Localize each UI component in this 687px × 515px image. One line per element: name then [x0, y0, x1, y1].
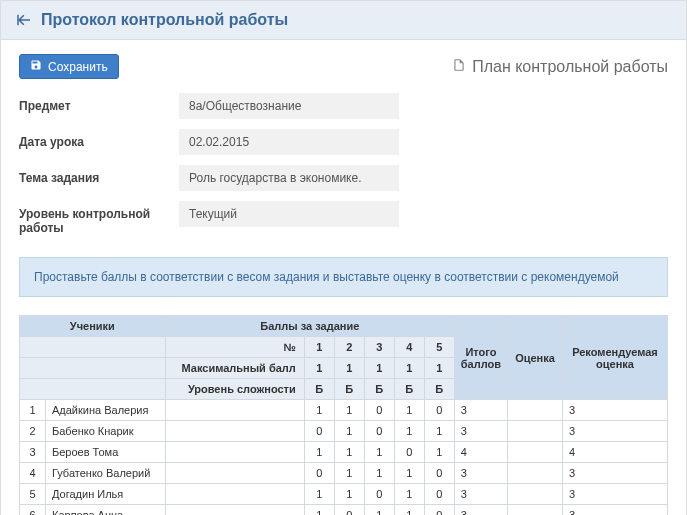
score-cell[interactable]: 1 [424, 421, 454, 442]
score-cell[interactable]: 1 [364, 463, 394, 484]
task-diff-3: Б [364, 379, 394, 400]
grade-cell[interactable] [508, 484, 563, 505]
grade-cell[interactable] [508, 400, 563, 421]
score-cell[interactable]: 0 [394, 442, 424, 463]
score-cell[interactable]: 1 [334, 442, 364, 463]
student-name: Карпова Анна [46, 505, 166, 516]
grade-cell[interactable] [508, 505, 563, 516]
page-title: Протокол контрольной работы [41, 11, 288, 29]
info-banner: Проставьте баллы в соответствии с весом … [19, 257, 668, 297]
score-cell[interactable]: 0 [424, 463, 454, 484]
score-cell[interactable]: 0 [334, 505, 364, 516]
rec-cell: 4 [563, 442, 668, 463]
level-label: Уровень контрольной работы [19, 201, 179, 235]
row-num: 5 [20, 484, 46, 505]
grade-cell[interactable] [508, 463, 563, 484]
total-cell: 3 [454, 400, 507, 421]
task-num-3: 3 [364, 337, 394, 358]
score-cell[interactable]: 1 [304, 442, 334, 463]
date-value: 02.02.2015 [179, 129, 399, 155]
task-max-2: 1 [334, 358, 364, 379]
score-cell[interactable]: 1 [424, 442, 454, 463]
task-num-label: № [165, 337, 304, 358]
score-cell[interactable]: 1 [334, 484, 364, 505]
svg-rect-0 [17, 15, 19, 26]
score-cell[interactable]: 1 [394, 505, 424, 516]
grade-cell[interactable] [508, 421, 563, 442]
task-num-2: 2 [334, 337, 364, 358]
task-max-4: 1 [394, 358, 424, 379]
student-name: Бероев Тома [46, 442, 166, 463]
row-num: 1 [20, 400, 46, 421]
row-num: 4 [20, 463, 46, 484]
task-max-1: 1 [304, 358, 334, 379]
row-pad [165, 442, 304, 463]
row-num: 2 [20, 421, 46, 442]
rec-cell: 3 [563, 421, 668, 442]
th-students: Ученики [20, 316, 166, 337]
topic-value: Роль государства в экономике. [179, 165, 399, 191]
subject-label: Предмет [19, 93, 179, 113]
score-cell[interactable]: 1 [304, 505, 334, 516]
save-button[interactable]: Сохранить [19, 54, 119, 79]
row-pad [165, 463, 304, 484]
score-cell[interactable]: 1 [334, 421, 364, 442]
task-diff-label: Уровень сложности [165, 379, 304, 400]
student-name: Адайкина Валерия [46, 400, 166, 421]
score-cell[interactable]: 1 [394, 400, 424, 421]
score-cell[interactable]: 0 [424, 484, 454, 505]
table-row: 4Губатенко Валерий0111033 [20, 463, 668, 484]
score-cell[interactable]: 1 [334, 400, 364, 421]
total-cell: 4 [454, 442, 507, 463]
score-cell[interactable]: 1 [394, 484, 424, 505]
score-cell[interactable]: 1 [304, 400, 334, 421]
subject-row: Предмет 8а/Обществознание [19, 93, 668, 119]
th-empty [20, 379, 166, 400]
rec-cell: 3 [563, 484, 668, 505]
row-num: 6 [20, 505, 46, 516]
task-num-1: 1 [304, 337, 334, 358]
row-pad [165, 421, 304, 442]
total-cell: 3 [454, 484, 507, 505]
student-name: Бабенко Кнарик [46, 421, 166, 442]
task-max-label: Максимальный балл [165, 358, 304, 379]
plan-link[interactable]: План контрольной работы [452, 57, 668, 77]
scores-table: УченикиБаллы за заданиеИтого балловОценк… [19, 315, 668, 515]
table-row: 1Адайкина Валерия1101033 [20, 400, 668, 421]
level-value: Текущий [179, 201, 399, 227]
date-label: Дата урока [19, 129, 179, 149]
row-num: 3 [20, 442, 46, 463]
topic-row: Тема задания Роль государства в экономик… [19, 165, 668, 191]
page-header: Протокол контрольной работы [1, 1, 686, 40]
row-pad [165, 505, 304, 516]
th-empty [20, 358, 166, 379]
save-icon [30, 59, 42, 74]
task-max-5: 1 [424, 358, 454, 379]
score-cell[interactable]: 0 [304, 421, 334, 442]
row-pad [165, 400, 304, 421]
grade-cell[interactable] [508, 442, 563, 463]
score-cell[interactable]: 0 [424, 505, 454, 516]
task-diff-2: Б [334, 379, 364, 400]
score-cell[interactable]: 1 [304, 484, 334, 505]
score-cell[interactable]: 1 [334, 463, 364, 484]
student-name: Губатенко Валерий [46, 463, 166, 484]
score-cell[interactable]: 0 [424, 400, 454, 421]
score-cell[interactable]: 0 [364, 421, 394, 442]
th-scores: Баллы за задание [165, 316, 454, 337]
back-icon[interactable] [15, 11, 33, 29]
th-total: Итого баллов [454, 316, 507, 400]
th-grade: Оценка [508, 316, 563, 400]
score-cell[interactable]: 0 [304, 463, 334, 484]
score-cell[interactable]: 0 [364, 400, 394, 421]
score-cell[interactable]: 1 [364, 442, 394, 463]
score-cell[interactable]: 0 [364, 484, 394, 505]
row-pad [165, 484, 304, 505]
score-cell[interactable]: 1 [364, 505, 394, 516]
task-num-5: 5 [424, 337, 454, 358]
student-name: Догадин Илья [46, 484, 166, 505]
document-icon [452, 57, 466, 77]
score-cell[interactable]: 1 [394, 421, 424, 442]
score-cell[interactable]: 1 [394, 463, 424, 484]
rec-cell: 3 [563, 400, 668, 421]
